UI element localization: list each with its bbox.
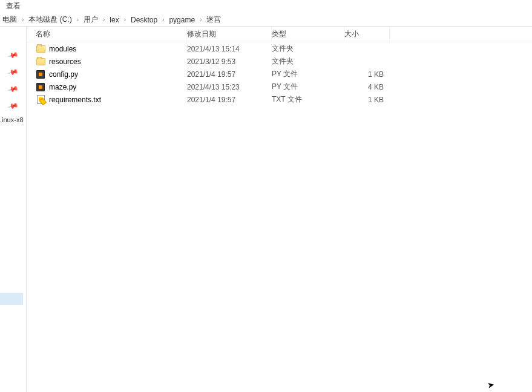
file-name: config.py xyxy=(49,70,78,79)
file-name: modules xyxy=(49,45,76,53)
chevron-right-icon[interactable]: › xyxy=(160,16,166,23)
file-name: maze.py xyxy=(49,83,76,91)
file-size: 1 KB xyxy=(344,70,390,79)
chevron-right-icon[interactable]: › xyxy=(74,16,81,23)
pin-icon[interactable]: 📌 xyxy=(7,49,19,61)
file-date: 2021/3/12 9:53 xyxy=(187,57,272,66)
file-name: resources xyxy=(49,57,81,66)
file-type: 文件夹 xyxy=(272,44,344,54)
breadcrumb-item[interactable]: 用户 xyxy=(81,13,100,26)
sidebar-item-selected[interactable] xyxy=(0,293,23,305)
file-date: 2021/4/13 15:23 xyxy=(187,83,272,91)
column-headers: 名称 修改日期 类型 大小 xyxy=(27,27,532,42)
pin-icon[interactable]: 📌 xyxy=(7,66,19,78)
file-type: TXT 文件 xyxy=(272,94,344,105)
column-header-name[interactable]: 名称 xyxy=(27,27,187,42)
folder-icon xyxy=(36,44,45,54)
folder-icon xyxy=(36,57,45,67)
pin-icon[interactable]: 📌 xyxy=(7,83,19,95)
file-row[interactable]: config.py 2021/1/4 19:57 PY 文件 1 KB xyxy=(27,68,532,80)
chevron-right-icon[interactable]: › xyxy=(19,16,26,23)
chevron-right-icon[interactable]: › xyxy=(100,16,107,23)
sidebar-item-truncated[interactable]: .inux-x8 xyxy=(0,116,24,123)
file-date: 2021/4/13 15:14 xyxy=(187,45,272,53)
breadcrumb-item[interactable]: 本地磁盘 (C:) xyxy=(26,13,74,26)
breadcrumb-item[interactable]: lex xyxy=(107,15,121,25)
python-file-icon xyxy=(36,82,45,92)
breadcrumb-item[interactable]: 电脑 xyxy=(0,13,19,26)
breadcrumb: 电脑 › 本地磁盘 (C:) › 用户 › lex › Desktop › py… xyxy=(0,13,532,27)
file-list-area: 名称 修改日期 类型 大小 modules 2021/4/13 15:14 文件… xyxy=(27,27,532,392)
file-row[interactable]: maze.py 2021/4/13 15:23 PY 文件 4 KB xyxy=(27,80,532,93)
text-file-icon xyxy=(36,95,45,105)
file-row[interactable]: resources 2021/3/12 9:53 文件夹 xyxy=(27,55,532,68)
main-area: 📌 📌 📌 📌 .inux-x8 名称 修改日期 类型 大小 modules 2… xyxy=(0,27,532,392)
file-type: PY 文件 xyxy=(272,82,344,92)
python-file-icon xyxy=(36,70,45,79)
sidebar: 📌 📌 📌 📌 .inux-x8 xyxy=(0,27,27,392)
chevron-right-icon[interactable]: › xyxy=(197,16,204,23)
chevron-right-icon[interactable]: › xyxy=(122,16,128,23)
file-size: 1 KB xyxy=(344,96,390,104)
file-size: 4 KB xyxy=(344,83,390,91)
mouse-cursor-icon: ➤ xyxy=(487,379,496,390)
breadcrumb-item[interactable]: 迷宫 xyxy=(204,13,223,26)
breadcrumb-item[interactable]: pygame xyxy=(166,15,197,25)
column-header-size[interactable]: 大小 xyxy=(344,27,390,42)
column-header-date[interactable]: 修改日期 xyxy=(187,27,272,42)
file-row[interactable]: requirements.txt 2021/1/4 19:57 TXT 文件 1… xyxy=(27,93,532,106)
ribbon-tab-view[interactable]: 查看 xyxy=(0,0,27,13)
column-header-type[interactable]: 类型 xyxy=(272,27,344,42)
pin-icon[interactable]: 📌 xyxy=(7,100,19,112)
file-date: 2021/1/4 19:57 xyxy=(187,96,272,104)
file-type: 文件夹 xyxy=(272,56,344,67)
file-list: modules 2021/4/13 15:14 文件夹 resources 20… xyxy=(27,42,532,392)
file-name: requirements.txt xyxy=(49,96,101,104)
breadcrumb-item[interactable]: Desktop xyxy=(128,15,160,25)
file-type: PY 文件 xyxy=(272,69,344,79)
file-row[interactable]: modules 2021/4/13 15:14 文件夹 xyxy=(27,42,532,55)
file-date: 2021/1/4 19:57 xyxy=(187,70,272,79)
